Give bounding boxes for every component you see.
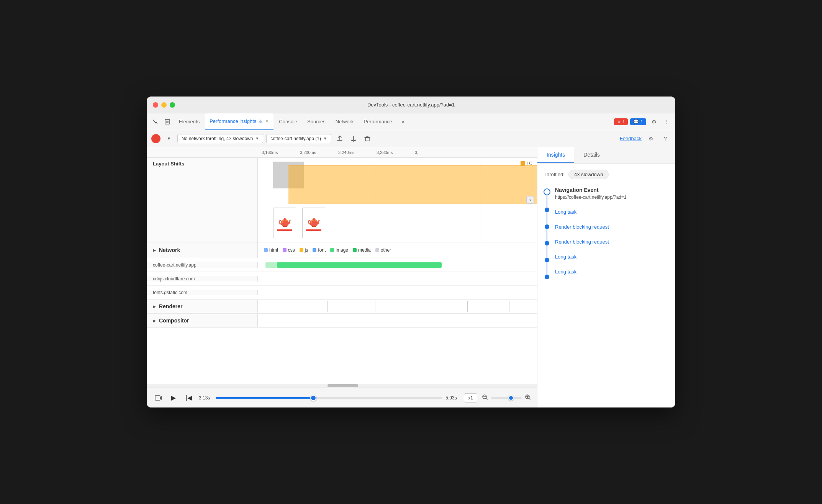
tab-insights[interactable]: Insights <box>537 147 574 163</box>
scrollbar-thumb[interactable] <box>327 384 358 387</box>
thumbnail-2[interactable]: 🫖 <box>302 208 325 238</box>
zoom-slider[interactable] <box>491 397 522 399</box>
url-dropdown-arrow-icon: ▼ <box>323 136 327 141</box>
time-ruler: 3,160ms 3,200ms 3,240ms 3,280ms 3, <box>147 147 537 158</box>
tab-performance[interactable]: Performance <box>359 113 396 130</box>
feedback-link[interactable]: Feedback <box>620 136 642 141</box>
thumbnail-1[interactable]: 🫖 <box>273 208 296 238</box>
timeline-panel: 3,160ms 3,200ms 3,240ms 3,280ms 3, Layou… <box>147 147 537 407</box>
vert-line-3 <box>547 229 547 241</box>
event-link-2[interactable]: Render blocking request <box>555 224 609 230</box>
event-dot-2 <box>545 224 549 229</box>
layout-shifts-row: Layout Shifts LC <box>147 158 537 242</box>
compositor-label[interactable]: ▶ Compositor <box>147 314 258 327</box>
tab-elements[interactable]: Elements <box>174 113 204 130</box>
maximize-button[interactable] <box>170 102 175 108</box>
upload-icon[interactable] <box>334 133 345 144</box>
vert-line-4 <box>547 245 547 258</box>
renderer-expand-arrow-icon: ▶ <box>153 304 156 309</box>
tab-network[interactable]: Network <box>331 113 359 130</box>
tab-console[interactable]: Console <box>274 113 302 130</box>
vert-line-2 <box>547 212 547 224</box>
expand-button[interactable]: › <box>526 196 534 204</box>
window-title: DevTools - coffee-cart.netlify.app/?ad=1 <box>367 102 455 108</box>
event-item-3: Render blocking request <box>555 234 669 249</box>
speed-badge[interactable]: x1 <box>464 393 477 403</box>
legend-js: js <box>300 247 308 253</box>
tab-details[interactable]: Details <box>574 147 609 163</box>
more-options-icon[interactable]: ⋮ <box>662 116 672 127</box>
mark-6 <box>509 301 509 312</box>
network-header-row: ▶ Network html css <box>147 242 537 258</box>
settings-icon[interactable]: ⚙ <box>648 116 659 127</box>
thumb-inner-1: 🫖 <box>277 215 292 231</box>
dashed-line-2 <box>480 158 480 242</box>
tab-bar: Elements Performance insights ⚠ ✕ Consol… <box>147 113 675 130</box>
range-thumb[interactable] <box>310 395 316 401</box>
legend-other-dot <box>375 248 379 252</box>
minimize-button[interactable] <box>161 102 167 108</box>
tab-performance-insights[interactable]: Performance insights ⚠ ✕ <box>205 113 273 130</box>
network-legend: html css js <box>258 244 537 257</box>
event-link-5[interactable]: Long task <box>555 269 576 275</box>
zoom-in-button[interactable] <box>525 394 531 402</box>
legend-font: font <box>313 247 326 253</box>
layout-shifts-content: LC 🫖 <box>258 158 537 242</box>
time-tick-5: 3, <box>415 150 453 155</box>
dashed-line-1 <box>369 158 369 242</box>
throttle-dropdown[interactable]: No network throttling, 4× slowdown ▼ <box>177 134 263 143</box>
time-tick-2: 3,200ms <box>300 150 338 155</box>
range-track <box>216 397 313 399</box>
message-badge[interactable]: 💬 1 <box>630 118 646 125</box>
devtools-window: DevTools - coffee-cart.netlify.app/?ad=1… <box>147 97 675 407</box>
mark-3 <box>375 301 375 312</box>
mark-1 <box>286 301 286 312</box>
svg-rect-1 <box>166 121 169 123</box>
more-tabs-icon[interactable]: » <box>398 116 408 127</box>
record-button[interactable] <box>151 134 160 143</box>
zoom-thumb[interactable] <box>508 395 514 401</box>
layout-shift-orange-block <box>288 165 537 204</box>
download-icon[interactable] <box>348 133 359 144</box>
inspect-icon[interactable] <box>162 116 173 127</box>
vert-line-5 <box>547 262 547 275</box>
renderer-row: ▶ Renderer <box>147 299 537 314</box>
tab-close-icon[interactable]: ✕ <box>265 119 269 124</box>
camera-icon[interactable] <box>153 393 164 403</box>
reset-button[interactable]: |◀ <box>183 393 194 403</box>
network-label[interactable]: ▶ Network <box>147 242 258 258</box>
bottom-bar: ▶ |◀ 3.13s 5.93s x1 <box>147 388 537 407</box>
horizontal-scrollbar[interactable] <box>147 384 537 388</box>
traffic-lights <box>153 102 175 108</box>
play-button[interactable]: ▶ <box>168 393 179 403</box>
mark-2 <box>327 301 328 312</box>
renderer-label[interactable]: ▶ Renderer <box>147 300 258 313</box>
event-link-3[interactable]: Render blocking request <box>555 239 609 245</box>
time-start-label: 3.13s <box>199 395 213 401</box>
cursor-icon[interactable] <box>150 116 160 127</box>
network-row-1: coffee-cart.netlify.app <box>147 258 537 272</box>
nav-event-circle <box>544 188 550 195</box>
network-row-content-2 <box>258 272 537 285</box>
mark-4 <box>420 301 420 312</box>
url-dropdown[interactable]: coffee-cart.netlify.app (1) ▼ <box>266 134 331 143</box>
title-bar: DevTools - coffee-cart.netlify.app/?ad=1 <box>147 97 675 113</box>
zoom-out-button[interactable] <box>482 394 488 402</box>
delete-icon[interactable] <box>362 133 373 144</box>
throttle-badge: 4× slowdown <box>568 170 609 179</box>
record-dropdown-icon[interactable]: ▼ <box>164 133 174 144</box>
event-dot-5 <box>545 275 549 279</box>
event-link-1[interactable]: Long task <box>555 209 576 215</box>
legend-html-dot <box>264 248 268 252</box>
close-button[interactable] <box>153 102 158 108</box>
thumbnails-row: 🫖 🫖 <box>273 208 325 238</box>
action-bar-right: Feedback ⚙ ? <box>620 133 671 144</box>
legend-media-dot <box>353 248 357 252</box>
help-icon[interactable]: ? <box>660 133 671 144</box>
tab-sources[interactable]: Sources <box>303 113 330 130</box>
time-tick-4: 3,280ms <box>377 150 415 155</box>
error-badge[interactable]: ✕ 1 <box>614 118 628 125</box>
event-link-4[interactable]: Long task <box>555 254 576 260</box>
time-slider[interactable] <box>216 397 442 399</box>
settings-gear-icon[interactable]: ⚙ <box>645 133 656 144</box>
